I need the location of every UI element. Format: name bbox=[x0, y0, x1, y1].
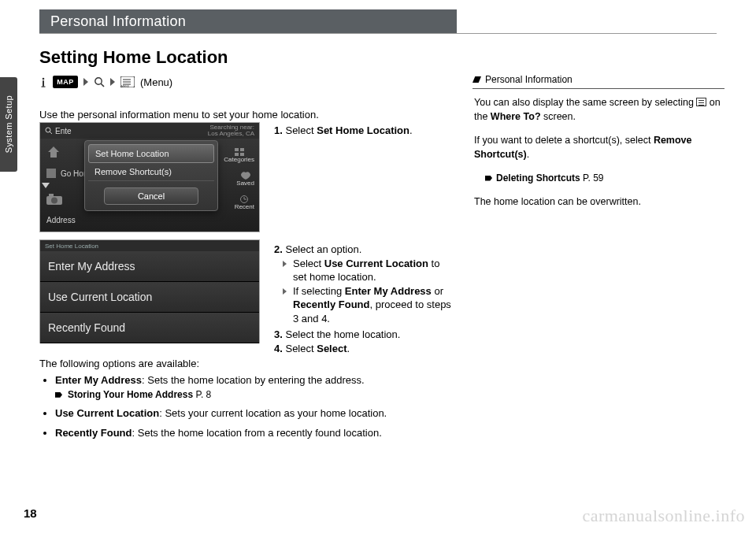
screenshot-set-home-list: Set Home Location Enter My Address Use C… bbox=[39, 239, 260, 343]
svg-rect-2 bbox=[42, 87, 46, 87]
svg-line-11 bbox=[50, 132, 52, 134]
recent-underlay: Recent bbox=[235, 195, 254, 210]
search-prefix: Ente bbox=[55, 127, 72, 135]
svg-point-0 bbox=[43, 78, 45, 80]
list-item-recently-found[interactable]: Recently Found bbox=[40, 313, 259, 343]
down-arrow-icon bbox=[42, 181, 50, 191]
camera-underlay bbox=[46, 194, 62, 205]
menu-icon: MENU bbox=[120, 76, 135, 87]
info-label: Personal Information bbox=[485, 74, 573, 85]
list-item-enter-address[interactable]: Enter My Address bbox=[40, 251, 259, 282]
option-enter-address: Enter My Address: Sets the home location… bbox=[55, 373, 449, 402]
info-p3: The home location can be overwritten. bbox=[474, 195, 723, 209]
watermark: carmanualsonline.info bbox=[582, 506, 745, 526]
chapter-title: Personal Information bbox=[50, 13, 186, 30]
options-list: Enter My Address: Sets the home location… bbox=[39, 373, 449, 446]
svg-point-15 bbox=[51, 198, 57, 204]
svg-line-4 bbox=[101, 83, 104, 87]
screenshot-menu-popup: Ente Searching near: Los Angeles, CA Go … bbox=[39, 122, 260, 232]
menu-icon bbox=[696, 98, 706, 106]
side-tab-label: System Setup bbox=[4, 95, 13, 153]
info-p1: You can also display the same screen by … bbox=[474, 95, 723, 124]
svg-rect-16 bbox=[49, 194, 54, 197]
search-region: Searching near: Los Angeles, CA bbox=[208, 124, 254, 137]
step-number: 1. bbox=[274, 124, 283, 136]
option-use-current: Use Current Location: Sets your current … bbox=[55, 406, 449, 421]
go-home-underlay: Go Hom bbox=[46, 169, 90, 178]
svg-point-10 bbox=[46, 128, 50, 132]
options-intro: The following options are available: bbox=[39, 358, 199, 369]
svg-point-3 bbox=[95, 78, 102, 84]
categories-underlay: Categories bbox=[224, 148, 254, 163]
step-1: 1. Select Set Home Location. bbox=[274, 124, 447, 136]
arrow-icon bbox=[83, 78, 88, 86]
svg-rect-18 bbox=[240, 148, 244, 151]
svg-marker-24 bbox=[42, 183, 50, 188]
svg-marker-12 bbox=[48, 146, 59, 158]
info-p2: If you want to delete a shortcut(s), sel… bbox=[474, 133, 723, 161]
list-header: Set Home Location bbox=[40, 240, 259, 251]
list-item-use-current[interactable]: Use Current Location bbox=[40, 282, 259, 313]
xref-deleting-shortcuts: Deleting Shortcuts P. 59 bbox=[474, 172, 723, 185]
info-flag-icon bbox=[472, 76, 481, 83]
option-recently-found: Recently Found: Sets the home location f… bbox=[55, 426, 449, 441]
magnify-icon bbox=[94, 76, 105, 87]
page-number: 18 bbox=[24, 506, 37, 520]
info-sidebar: Personal Information You can also displa… bbox=[472, 72, 724, 224]
popup-cancel[interactable]: Cancel bbox=[104, 187, 198, 205]
popup-remove-shortcut[interactable]: Remove Shortcut(s) bbox=[88, 163, 214, 181]
map-button-icon: MAP bbox=[53, 76, 78, 88]
svg-rect-17 bbox=[235, 148, 239, 151]
chapter-header: Personal Information bbox=[39, 9, 457, 33]
svg-rect-1 bbox=[43, 80, 44, 87]
arrow-icon bbox=[110, 78, 115, 86]
popup-set-home[interactable]: Set Home Location bbox=[88, 144, 214, 163]
magnify-icon bbox=[45, 127, 53, 135]
intro-text: Use the personal information menu to set… bbox=[39, 109, 319, 121]
xref-storing-home: Storing Your Home Address P. 8 bbox=[55, 388, 449, 402]
steps-2-4: 2. Select an option. Select Use Current … bbox=[274, 243, 455, 355]
home-icon bbox=[46, 145, 61, 159]
popup-menu: Set Home Location Remove Shortcut(s) Can… bbox=[84, 140, 218, 211]
breadcrumb: MAP MENU (Menu) bbox=[39, 76, 172, 88]
address-underlay: Address bbox=[46, 216, 76, 224]
side-tab: System Setup bbox=[0, 77, 17, 172]
svg-rect-13 bbox=[46, 169, 56, 178]
breadcrumb-menu-label: (Menu) bbox=[140, 76, 172, 88]
info-icon bbox=[39, 76, 47, 87]
section-title: Setting Home Location bbox=[39, 47, 228, 68]
svg-text:MENU: MENU bbox=[121, 85, 130, 88]
header-rule bbox=[39, 33, 717, 34]
saved-underlay: Saved bbox=[236, 172, 254, 187]
